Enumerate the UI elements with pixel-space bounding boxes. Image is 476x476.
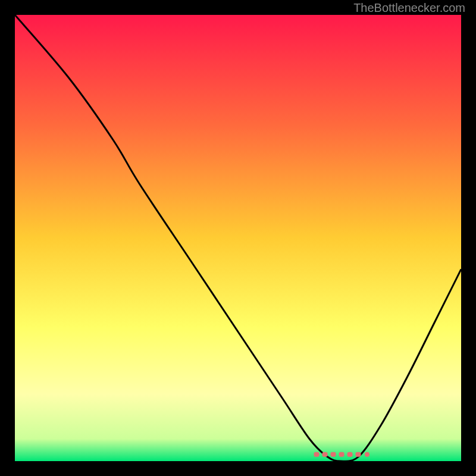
chart-svg	[15, 15, 461, 461]
svg-rect-5	[356, 452, 361, 457]
svg-rect-1	[322, 452, 328, 457]
gradient-background	[15, 15, 461, 461]
svg-rect-4	[347, 452, 353, 457]
watermark-text: TheBottlenecker.com	[353, 1, 465, 15]
chart-container	[15, 15, 461, 461]
svg-point-6	[365, 452, 369, 457]
svg-rect-2	[331, 452, 336, 457]
svg-rect-0	[314, 452, 320, 457]
svg-rect-3	[339, 452, 345, 457]
